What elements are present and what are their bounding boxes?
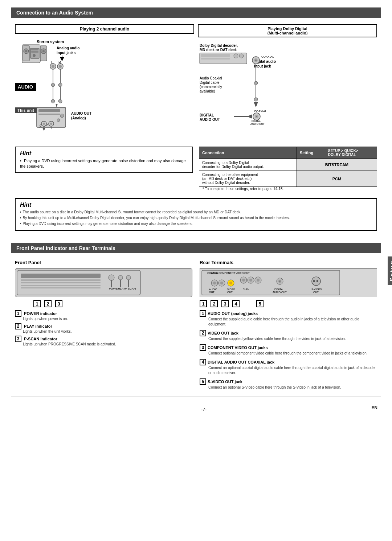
svg-text:Dolby  Digital  decoder,: Dolby Digital decoder, [200, 44, 238, 48]
setup-tab: Setup [388, 256, 392, 285]
svg-point-107 [229, 282, 232, 284]
rear-num-4: 4 [232, 300, 240, 307]
table-row1-connection: Connecting to a Dolby Digitaldecoder for… [199, 159, 297, 171]
svg-point-103 [213, 282, 216, 284]
indicator-1-desc: Lights up when power is on. [23, 317, 192, 321]
svg-point-7 [33, 54, 36, 57]
right-audio-svg: Dolby Digital decoder, MD deck or DAT de… [198, 40, 377, 146]
footer: -7- EN [11, 403, 381, 412]
svg-point-52 [239, 54, 244, 58]
table-col2-header: Setting [297, 147, 325, 159]
hint2-bullet-1: •The audio source on a disc in a Dolby D… [20, 210, 372, 215]
svg-rect-79 [21, 274, 101, 278]
front-panel-svg: POWER PLAY P-SCAN [15, 269, 192, 297]
svg-text:DIGITAL: DIGITAL [200, 113, 214, 117]
panel-section: Front Panel Indicator and Rear Terminals… [11, 243, 381, 397]
front-panel-num-row: 1 2 3 [15, 300, 192, 307]
svg-point-73 [256, 116, 257, 117]
audio-section-header: Connection to an Audio System [11, 8, 381, 18]
rear-terminals-title: Rear Terminals [200, 260, 377, 265]
hint1-container: Hint • Playing a DVD using incorrect set… [15, 147, 193, 193]
svg-point-10 [42, 50, 45, 52]
svg-point-105 [220, 282, 223, 284]
indicator-3-desc: Lights up when PROGRESSIVE SCAN mode is … [23, 342, 192, 346]
svg-text:(Analog): (Analog) [71, 116, 86, 120]
svg-point-37 [57, 119, 60, 122]
svg-point-58 [255, 60, 257, 61]
svg-text:S-VIDEO: S-VIDEO [311, 288, 322, 291]
hint1-title: Hint [20, 150, 188, 157]
svg-text:DIGITAL: DIGITAL [252, 120, 261, 122]
svg-text:AUDIO OUT: AUDIO OUT [273, 291, 287, 294]
svg-rect-5 [31, 49, 38, 50]
setup-table: Connection Setting SETUP > QUICK>DOLBY D… [199, 147, 377, 187]
svg-point-41 [43, 123, 45, 125]
right-channel-header: Playing Dolby Digital(Multi-channel audi… [198, 24, 377, 37]
table-row-2: Connecting to the other equipment(an MD … [199, 171, 377, 187]
svg-rect-34 [38, 109, 60, 112]
rear-num-5: 5 [256, 300, 264, 307]
svg-text:AUDIO OUT: AUDIO OUT [200, 118, 220, 122]
hint2-title: Hint [20, 202, 372, 208]
svg-point-111 [312, 277, 320, 286]
left-channel-header: Playing 2 channel audio [15, 24, 194, 34]
svg-rect-35 [38, 114, 60, 115]
en-label: EN [371, 405, 377, 410]
rear-num-2: 2 [211, 300, 218, 307]
svg-text:COAXIAL: COAXIAL [254, 110, 267, 113]
svg-rect-49 [201, 54, 230, 57]
svg-text:COAXIAL: COAXIAL [261, 55, 274, 58]
playing-2-channel-box: Playing 2 channel audio [15, 24, 194, 34]
svg-text:PLAY: PLAY [118, 287, 126, 290]
svg-text:OUT: OUT [313, 291, 319, 294]
svg-rect-82 [21, 285, 101, 286]
indicator-2-desc: Lights up when the unit works. [23, 329, 192, 333]
svg-rect-80 [21, 279, 101, 281]
terminal-1: 1 AUDIO OUT (analog) jacks Connect the s… [200, 310, 377, 327]
svg-point-28 [51, 99, 55, 103]
table-col3-header: SETUP > QUICK>DOLBY DIGITAL [325, 147, 377, 159]
svg-point-51 [234, 54, 238, 58]
svg-point-17 [52, 65, 54, 68]
right-diagram: Playing Dolby Digital(Multi-channel audi… [198, 24, 377, 147]
indicators-list: 1 POWER indicator Lights up when power i… [15, 310, 192, 346]
svg-text:CoPe...: CoPe... [243, 288, 251, 291]
playing-dolby-box: Playing Dolby Digital(Multi-channel audi… [198, 24, 377, 37]
svg-marker-67 [254, 102, 258, 107]
svg-point-25 [58, 83, 62, 87]
svg-rect-113 [317, 280, 318, 282]
hint-table-row: Hint • Playing a DVD using incorrect set… [11, 147, 381, 193]
terminals-list: 1 AUDIO OUT (analog) jacks Connect the s… [200, 310, 377, 390]
svg-text:AUDIO OUT: AUDIO OUT [71, 111, 91, 115]
svg-point-24 [51, 83, 55, 87]
svg-point-97 [242, 279, 245, 282]
svg-text:OUT: OUT [209, 291, 215, 294]
rear-panel-illustration: CAPS COMPONENT VIDEO OUT COAXIAL [200, 268, 377, 297]
svg-rect-6 [31, 51, 38, 53]
terminal-3-desc: Connect optional component video cable h… [208, 351, 377, 356]
terminal-1-desc: Connect the supplied audio cable here th… [208, 317, 377, 327]
indicator-1: 1 POWER indicator Lights up when power i… [15, 310, 192, 321]
num-2: 2 [44, 300, 52, 307]
table-row1-setting: BITSTREAM [297, 159, 377, 171]
diagram-container: Playing 2 channel audio Stereo system [11, 21, 381, 147]
stereo-label: Stereo system [37, 40, 64, 44]
svg-text:MD deck or DAT deck: MD deck or DAT deck [200, 48, 237, 52]
table-note: * To complete these settings, refer to p… [199, 187, 377, 191]
rear-num-3: 3 [221, 300, 229, 307]
svg-point-85 [118, 275, 123, 280]
svg-point-36 [60, 114, 64, 118]
svg-text:input jack: input jack [254, 64, 271, 68]
svg-point-86 [126, 275, 131, 280]
svg-text:AUDIO OUT: AUDIO OUT [250, 123, 265, 125]
svg-point-3 [25, 50, 27, 52]
hint1-box: Hint • Playing a DVD using incorrect set… [15, 147, 193, 173]
svg-rect-81 [21, 282, 101, 283]
svg-text:Analog audio: Analog audio [57, 46, 79, 50]
num-3: 3 [55, 300, 62, 307]
audio-section: Connection to an Audio System Playing 2 … [11, 7, 381, 236]
hint2-bullet-2: •By hooking this unit up to a Multi-chan… [20, 216, 372, 221]
setup-table-container: Connection Setting SETUP > QUICK>DOLBY D… [199, 147, 377, 193]
svg-text:DIGITAL: DIGITAL [274, 288, 284, 291]
svg-text:P-SCAN: P-SCAN [125, 287, 136, 290]
